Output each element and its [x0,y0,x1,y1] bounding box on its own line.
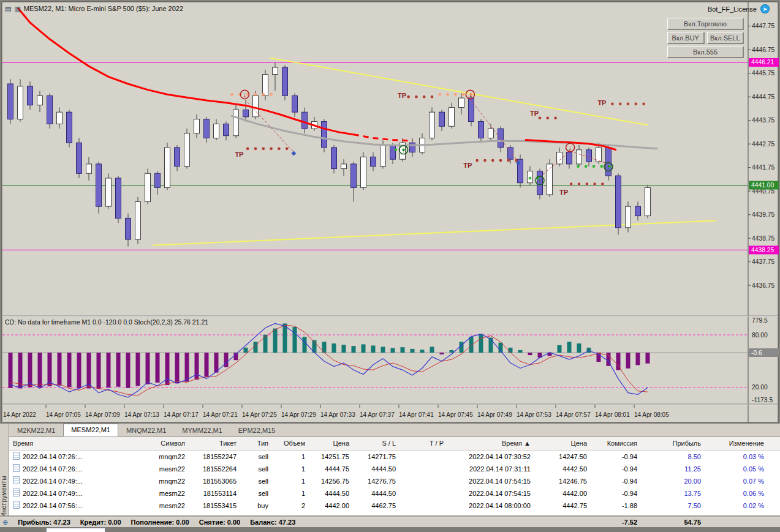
deal-row[interactable]: 2022.04.14 07:26:...mesm22181552264sell1… [9,463,780,475]
deal-cell [399,451,447,463]
deal-cell [399,475,447,487]
column-header[interactable]: Цена [309,437,353,450]
svg-text:4438.75: 4438.75 [752,235,774,242]
license-badge: Bot_FF_License ➤ [708,4,770,13]
column-header[interactable]: Цена [534,437,591,450]
column-header[interactable]: Время ▲ [447,437,534,450]
enable-555-button[interactable]: Вкл.555 [667,46,743,58]
deal-cell: mesm22 [145,487,189,500]
deal-cell: 1 [272,451,309,463]
deal-doc-icon [13,501,20,509]
deal-cell: 7.50 [641,500,705,512]
svg-text:779.5: 779.5 [752,317,768,324]
deal-cell: 11.25 [641,463,705,475]
column-header[interactable]: S / L [353,437,399,450]
svg-text:4441.75: 4441.75 [752,164,774,171]
deal-cell: 14276.75 [353,475,399,487]
column-header[interactable]: Объем [272,437,309,450]
deal-cell: 0.02 % [705,500,780,512]
svg-text:4436.75: 4436.75 [752,282,774,289]
deal-cell: 0.07 % [705,475,780,487]
column-header[interactable]: Комиссия [591,437,641,450]
deal-cell: 181553415 [189,500,240,512]
deal-cell: 4442.50 [534,463,591,475]
telegram-icon[interactable]: ➤ [760,4,770,13]
deal-cell: 2 [272,500,309,512]
chart-menu-icon[interactable]: ▤ [5,6,11,12]
deal-cell: 2022.04.14 07:54:15 [447,487,534,500]
deals-table-body: 2022.04.14 07:26:...mnqm22181552247sell1… [9,451,780,512]
tab-MYMM22,M1[interactable]: MYMM22,M1 [174,424,230,436]
price-badge: 4438.25 [751,247,774,253]
column-header[interactable]: Символ [145,437,189,450]
tp-label: ТР [235,151,243,158]
tab-MESM22,M1[interactable]: MESM22,M1 [63,424,118,436]
svg-text:14 Apr 07:33: 14 Apr 07:33 [320,411,355,418]
svg-text:4442.75: 4442.75 [752,141,774,148]
toolbox-vertical-label: Инструменты [1,476,7,517]
tp-label: ТР [530,110,539,117]
deal-cell: 4442.00 [309,500,353,512]
chart-title: MESM22, M1: Micro E-mini S&P 500 ($5): J… [24,5,183,12]
deal-cell: 0.06 % [705,487,780,500]
svg-text:4439.75: 4439.75 [752,211,774,218]
svg-text:14 Apr 08:05: 14 Apr 08:05 [634,411,669,418]
price-chart-canvas[interactable]: ТРТРТРТРТРТР↓↓↓↑↑↑4447.754446.754445.754… [0,0,780,424]
column-header[interactable]: Прибыль [641,437,705,450]
deal-cell [399,500,447,512]
svg-text:14 Apr 07:37: 14 Apr 07:37 [360,411,395,418]
deal-cell: -0.94 [591,463,641,475]
column-header[interactable]: T / P [399,437,447,450]
total-commission: -7.52 [622,519,637,526]
deal-row[interactable]: 2022.04.14 07:49:...mnqm22181553065sell1… [9,475,780,487]
deal-cell: 20.00 [641,475,705,487]
deal-doc-icon [13,452,20,460]
deal-cell: 2022.04.14 07:30:52 [447,451,534,463]
enable-sell-button[interactable]: Вкл.SELL [707,32,744,43]
deal-cell: 14256.75 [309,475,353,487]
deal-cell: sell [240,475,272,487]
svg-text:80.00: 80.00 [752,332,768,339]
svg-text:14 Apr 07:41: 14 Apr 07:41 [399,411,434,418]
tp-label: ТР [597,99,606,107]
tab-MNQM22,M1[interactable]: MNQM22,M1 [118,424,174,436]
deal-cell: 4444.50 [353,463,399,475]
tab-M2KM22,M1[interactable]: M2KM22,M1 [9,424,63,436]
deal-cell: -1.88 [591,500,641,512]
svg-text:↑: ↑ [538,177,542,184]
deal-cell: 4444.50 [353,487,399,500]
deal-cell: sell [240,463,272,475]
deal-row[interactable]: 2022.04.14 07:56:...mesm22181553415buy24… [9,500,780,512]
deal-cell: 2022.04.14 07:31:11 [447,463,534,475]
deal-doc-icon [13,476,20,484]
deal-cell: mnqm22 [145,451,189,463]
enable-buy-button[interactable]: Вкл.BUY [667,32,704,43]
deal-cell: buy [240,500,272,512]
deal-cell: 4444.50 [309,487,353,500]
deal-row[interactable]: 2022.04.14 07:49:...mesm22181553114sell1… [9,487,780,500]
bot-control-panel: Вкл.Торговлю Вкл.BUY Вкл.SELL Вкл.555 [667,18,743,58]
column-header[interactable]: Изменение [705,437,780,450]
svg-text:14 Apr 07:25: 14 Apr 07:25 [242,411,277,418]
total-profit: 54.75 [684,519,701,526]
column-header[interactable]: Время [9,437,145,450]
svg-text:4446.75: 4446.75 [752,47,774,53]
enable-trading-button[interactable]: Вкл.Торговлю [667,18,743,29]
tab-EPM22,M15[interactable]: EPM22,M15 [230,424,284,436]
plus-circle-icon[interactable]: ⊕ [2,519,8,526]
chart-objects-icon[interactable]: ▥ [14,6,20,12]
deal-cell: mnqm22 [145,475,189,487]
tp-label: ТР [463,162,472,169]
column-header[interactable]: Тикет [189,437,240,450]
svg-text:14 Apr 07:45: 14 Apr 07:45 [438,411,473,418]
deals-table: ВремяСимволТикетТипОбъемЦенаS / LT / PВр… [9,436,780,517]
deal-cell: -0.94 [591,451,641,463]
deal-cell [399,463,447,475]
svg-text:↓: ↓ [243,91,247,98]
deal-cell [399,487,447,500]
status-segment: Баланс: 47.23 [250,519,295,526]
deal-cell: 4442.75 [534,500,591,512]
deal-row[interactable]: 2022.04.14 07:26:...mnqm22181552247sell1… [9,451,780,463]
column-header[interactable]: Тип [240,437,272,450]
svg-text:4443.75: 4443.75 [752,117,774,124]
